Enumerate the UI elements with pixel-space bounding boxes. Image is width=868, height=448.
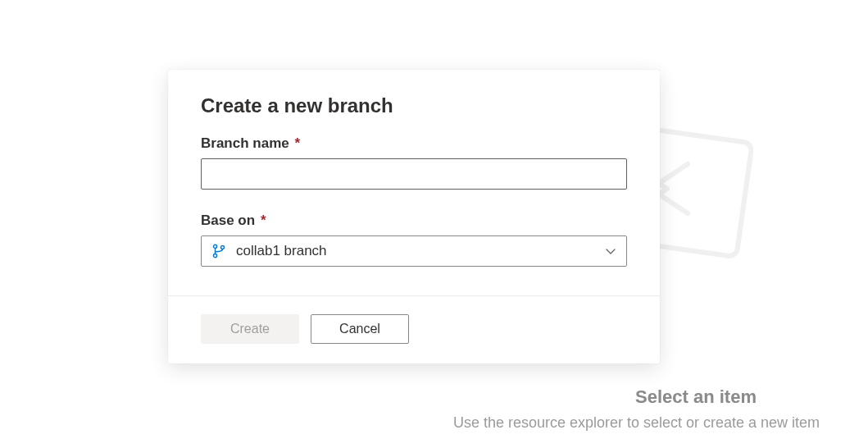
branch-name-label: Branch name * <box>201 135 627 152</box>
base-on-label-text: Base on <box>201 213 255 228</box>
branch-name-field-group: Branch name * <box>201 135 627 190</box>
branch-name-label-text: Branch name <box>201 135 289 151</box>
svg-point-5 <box>213 254 216 258</box>
branch-name-input[interactable] <box>201 158 627 190</box>
dialog-body: Create a new branch Branch name * Base o… <box>168 70 660 295</box>
base-on-field-group: Base on * collab1 branch <box>201 213 627 267</box>
dialog-title: Create a new branch <box>201 94 627 117</box>
svg-point-4 <box>213 245 216 248</box>
base-on-select[interactable]: collab1 branch <box>201 235 627 267</box>
git-branch-icon <box>211 244 226 258</box>
cancel-button[interactable]: Cancel <box>311 314 409 344</box>
create-button[interactable]: Create <box>201 314 299 344</box>
base-on-selected-value: collab1 branch <box>236 243 605 259</box>
background-empty-state: Select an item Use the resource explorer… <box>376 386 868 432</box>
dialog-footer: Create Cancel <box>168 295 660 363</box>
create-branch-dialog: Create a new branch Branch name * Base o… <box>168 70 660 363</box>
background-subtitle: Use the resource explorer to select or c… <box>405 414 868 432</box>
required-indicator: * <box>294 135 300 151</box>
base-on-label: Base on * <box>201 213 627 229</box>
chevron-down-icon <box>605 245 616 257</box>
required-indicator: * <box>261 213 266 228</box>
background-title: Select an item <box>524 386 868 408</box>
svg-point-6 <box>220 245 224 249</box>
